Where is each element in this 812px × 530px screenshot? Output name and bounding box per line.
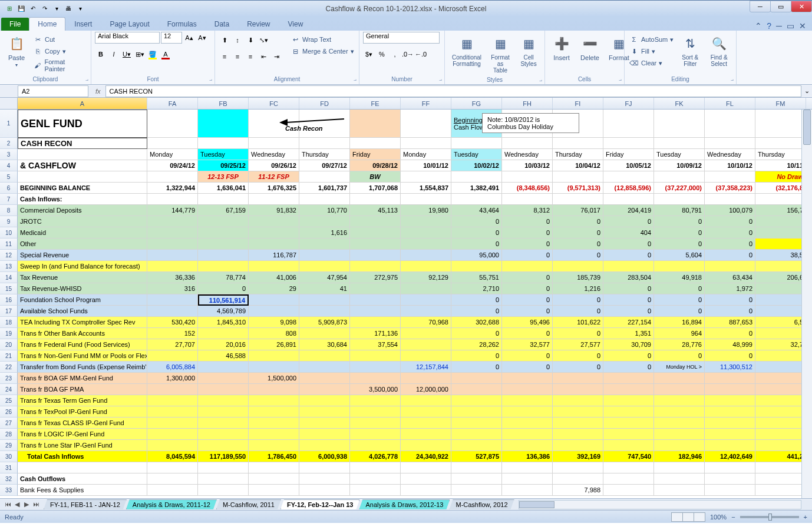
cell[interactable]: 1,300,000 — [147, 373, 198, 384]
cell[interactable] — [350, 473, 401, 485]
cell[interactable] — [198, 373, 249, 384]
cell[interactable]: 0 — [705, 250, 755, 261]
cell[interactable] — [350, 250, 401, 261]
cell[interactable]: 0 — [451, 362, 502, 373]
cell[interactable] — [755, 418, 806, 429]
insert-button[interactable]: ➕Insert — [549, 32, 575, 64]
grow-font-button[interactable]: A▴ — [183, 32, 195, 44]
cell[interactable]: 100,079 — [705, 205, 755, 216]
doc-restore-icon[interactable]: ▭ — [787, 21, 794, 31]
cell[interactable] — [603, 194, 654, 205]
cell[interactable] — [401, 350, 451, 362]
tab-next-icon[interactable]: ▶ — [22, 501, 31, 508]
row-header[interactable]: 4 — [0, 160, 18, 171]
cell[interactable] — [401, 216, 451, 227]
cell[interactable] — [299, 418, 350, 429]
cell[interactable] — [401, 429, 451, 440]
cell[interactable] — [755, 350, 806, 362]
cell[interactable]: 0 — [603, 306, 654, 317]
cell[interactable] — [654, 429, 705, 440]
font-name-select[interactable]: Arial Black — [95, 32, 160, 44]
undo-icon[interactable]: ↶ — [28, 4, 38, 14]
cell[interactable] — [654, 485, 705, 496]
cell[interactable]: 92,129 — [401, 272, 451, 283]
cell[interactable]: Tax Revenue — [18, 272, 147, 283]
cell[interactable]: 136,386 — [502, 451, 553, 462]
cell[interactable] — [755, 194, 806, 205]
cell[interactable] — [755, 261, 806, 272]
cell[interactable] — [401, 306, 451, 317]
cell[interactable]: 1,616 — [299, 227, 350, 238]
cell[interactable]: 0 — [705, 328, 755, 339]
cell[interactable]: 24,340,922 — [401, 451, 451, 462]
cell[interactable]: 0 — [502, 283, 553, 294]
tab-page-layout[interactable]: Page Layout — [101, 17, 158, 31]
tab-first-icon[interactable]: ⏮ — [4, 501, 12, 508]
row-header[interactable]: 21 — [0, 350, 18, 362]
cell[interactable]: 0 — [502, 362, 553, 373]
view-break-button[interactable] — [694, 512, 705, 522]
cell[interactable]: 0 — [654, 238, 705, 250]
cell[interactable] — [502, 473, 553, 485]
cell[interactable] — [603, 485, 654, 496]
cell[interactable]: Monday — [401, 149, 451, 160]
cell[interactable]: Tuesday — [451, 149, 502, 160]
col-header[interactable]: FF — [401, 98, 451, 109]
clear-button[interactable]: ⌫Clear ▾ — [628, 58, 675, 68]
cell[interactable] — [603, 261, 654, 272]
paste-button[interactable]: 📋Paste▾ — [4, 32, 29, 70]
cell[interactable] — [401, 339, 451, 350]
cell[interactable]: Trans fr Lone Star IP-Genl Fund — [18, 440, 147, 451]
cell[interactable]: Trans fr Texas CLASS IP-Genl Fund — [18, 418, 147, 429]
cell[interactable]: 91,832 — [249, 205, 299, 216]
cell[interactable]: 0 — [603, 362, 654, 373]
cell[interactable] — [553, 138, 603, 149]
cell[interactable]: & CASHFLOW — [18, 160, 147, 171]
cell[interactable]: 1,972 — [705, 283, 755, 294]
name-box[interactable]: A2 — [18, 85, 88, 97]
cell[interactable] — [755, 485, 806, 496]
cell[interactable]: 78,774 — [198, 272, 249, 283]
cell[interactable]: 41,006 — [249, 272, 299, 283]
cell[interactable] — [553, 473, 603, 485]
indent-inc-button[interactable]: ⇥ — [270, 51, 282, 62]
row-header[interactable]: 2 — [0, 138, 18, 149]
cell[interactable]: 32,7 — [755, 339, 806, 350]
cell[interactable] — [451, 194, 502, 205]
cell[interactable]: 1,216 — [553, 283, 603, 294]
row-header[interactable]: 15 — [0, 283, 18, 294]
cell[interactable] — [198, 194, 249, 205]
format-painter-button[interactable]: 🖌Format Painter — [32, 58, 87, 73]
cell[interactable] — [299, 462, 350, 473]
cell[interactable] — [147, 485, 198, 496]
cell[interactable] — [198, 216, 249, 227]
cell[interactable] — [249, 350, 299, 362]
cell[interactable]: 95,000 — [451, 250, 502, 261]
cell[interactable]: 37,554 — [350, 339, 401, 350]
cell[interactable] — [502, 406, 553, 418]
cell[interactable] — [654, 373, 705, 384]
cell[interactable] — [755, 440, 806, 451]
cell[interactable]: 29 — [249, 283, 299, 294]
cell[interactable]: 0 — [451, 294, 502, 306]
indent-dec-button[interactable]: ⇤ — [258, 51, 269, 62]
cell[interactable]: 12,157,844 — [401, 362, 451, 373]
tab-data[interactable]: Data — [206, 17, 238, 31]
cell[interactable] — [705, 171, 755, 183]
cell[interactable]: 0 — [654, 227, 705, 238]
cell[interactable]: Wednesday — [249, 149, 299, 160]
cell[interactable]: (9,571,313) — [553, 183, 603, 194]
cell[interactable]: 110,561,914 — [198, 294, 249, 306]
cell[interactable]: Trans fr Other Bank Accounts — [18, 328, 147, 339]
cell[interactable]: 0 — [654, 294, 705, 306]
cell[interactable] — [249, 294, 299, 306]
row-header[interactable]: 20 — [0, 339, 18, 350]
cell[interactable] — [451, 406, 502, 418]
cell[interactable]: No Draw — [755, 171, 806, 183]
cell[interactable] — [553, 440, 603, 451]
cell[interactable] — [654, 395, 705, 406]
cell[interactable] — [755, 429, 806, 440]
cell[interactable] — [18, 462, 147, 473]
font-size-select[interactable]: 12 — [161, 32, 182, 44]
cell[interactable]: 28,262 — [451, 339, 502, 350]
